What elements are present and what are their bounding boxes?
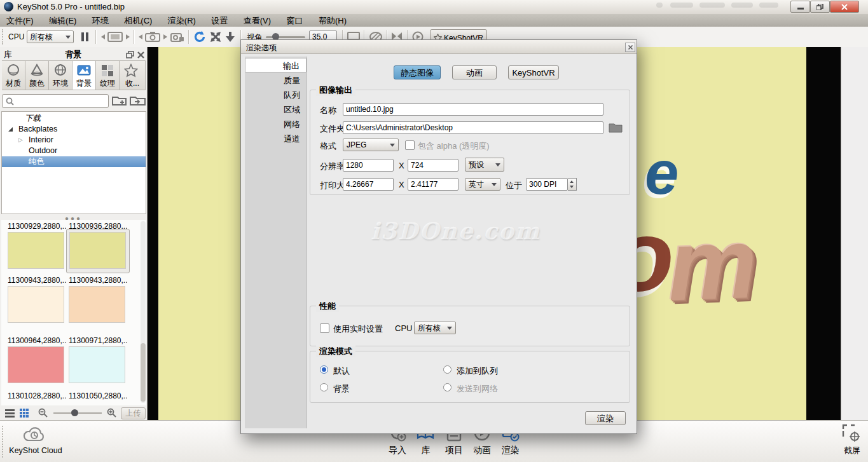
- browse-folder-icon[interactable]: [609, 121, 623, 135]
- next-camera-icon[interactable]: [163, 34, 167, 39]
- close-icon[interactable]: [137, 50, 144, 61]
- resolution-height-input[interactable]: [408, 159, 458, 172]
- screenshot-label[interactable]: 截屏: [841, 445, 864, 456]
- spinner-down-icon[interactable]: [570, 186, 574, 188]
- tree-item-backplates[interactable]: Backplates: [2, 124, 146, 135]
- dock-down-icon[interactable]: [225, 31, 235, 45]
- menu-camera[interactable]: 相机(C): [118, 14, 158, 27]
- thumb-label[interactable]: 11300964,2880,...: [8, 336, 66, 345]
- tab-favorites[interactable]: 收...: [120, 60, 146, 90]
- keyshot-cloud-icon[interactable]: [23, 424, 46, 447]
- mode-network-radio[interactable]: [443, 383, 451, 391]
- realtime-settings-checkbox[interactable]: [320, 323, 329, 333]
- menu-environment[interactable]: 环境: [86, 14, 115, 27]
- pause-icon[interactable]: [81, 32, 84, 41]
- close-button[interactable]: [830, 1, 859, 13]
- print-height-input[interactable]: [408, 178, 458, 191]
- tab-environments[interactable]: 环境: [49, 60, 72, 90]
- thumb-label[interactable]: 11300943,2880,...: [8, 276, 66, 285]
- tab-textures[interactable]: 纹理: [96, 60, 120, 90]
- unit-dropdown[interactable]: 英寸: [465, 178, 500, 191]
- collapsed-caret-icon[interactable]: ▷: [18, 135, 23, 146]
- folder-input[interactable]: [343, 121, 603, 134]
- resolution-width-input[interactable]: [343, 159, 394, 172]
- tab-materials[interactable]: 材质: [2, 60, 25, 90]
- mode-animation-button[interactable]: 动画: [452, 65, 497, 79]
- nav-network[interactable]: 网络: [245, 117, 307, 132]
- backplate-thumbnail[interactable]: [69, 286, 125, 323]
- menu-settings[interactable]: 设置: [205, 14, 234, 27]
- thumb-label[interactable]: 11300943,2880,...: [69, 276, 127, 285]
- mode-still-image-button[interactable]: 静态图像: [394, 65, 441, 79]
- alpha-checkbox[interactable]: [405, 140, 415, 150]
- format-dropdown[interactable]: JPEG: [343, 139, 399, 151]
- mode-keyshotvr-button[interactable]: KeyShotVR: [508, 65, 559, 79]
- spinner-up-icon[interactable]: [570, 180, 574, 183]
- name-input[interactable]: [343, 103, 603, 116]
- backplate-thumbnail[interactable]: [8, 232, 64, 269]
- thumb-label[interactable]: 11300929,2880,...: [8, 222, 66, 231]
- search-input[interactable]: [2, 94, 109, 108]
- next-animation-icon[interactable]: [126, 34, 130, 39]
- backplate-thumbnail[interactable]: [8, 346, 64, 383]
- tree-item-interior[interactable]: ▷ Interior: [2, 135, 146, 146]
- prev-camera-icon[interactable]: [139, 34, 142, 39]
- expanded-caret-icon[interactable]: [8, 127, 13, 132]
- dialog-titlebar[interactable]: 渲染选项: [241, 40, 637, 54]
- zoom-in-icon[interactable]: [107, 408, 116, 420]
- camera-lock-icon[interactable]: [170, 32, 184, 44]
- menu-help[interactable]: 帮助(H): [312, 14, 353, 27]
- nav-quality[interactable]: 质量: [245, 73, 307, 88]
- backplate-thumbnail[interactable]: [69, 346, 125, 383]
- nav-region[interactable]: 区域: [245, 102, 307, 117]
- cpu-cores-dropdown[interactable]: 所有核: [27, 31, 74, 43]
- thumbnail-scrollbar-thumb[interactable]: [141, 343, 146, 402]
- dialog-close-button[interactable]: [625, 43, 635, 52]
- dpi-input[interactable]: [526, 178, 568, 191]
- thumb-label[interactable]: 11301050,2880,...: [69, 391, 127, 400]
- minimize-button[interactable]: [790, 1, 810, 13]
- undock-icon[interactable]: [126, 50, 134, 61]
- mode-default-radio[interactable]: [320, 365, 328, 374]
- thumb-label[interactable]: 11301028,2880,...: [8, 391, 66, 400]
- add-folder-icon[interactable]: [112, 94, 127, 109]
- fullscreen-icon[interactable]: [210, 31, 221, 45]
- refresh-realtime-icon[interactable]: [193, 31, 206, 46]
- menu-file[interactable]: 文件(F): [0, 14, 40, 27]
- zoom-out-icon[interactable]: [38, 408, 48, 420]
- animation-frame-icon[interactable]: [107, 32, 123, 44]
- tree-item-download[interactable]: 下载: [2, 113, 146, 124]
- backplate-thumbnail[interactable]: [8, 286, 64, 323]
- list-view-icon[interactable]: [5, 409, 15, 420]
- tree-item-solid-color[interactable]: 纯色: [2, 156, 146, 167]
- menu-render[interactable]: 渲染(R): [162, 14, 202, 27]
- toolbar-grip[interactable]: [2, 29, 6, 44]
- grid-view-icon[interactable]: [20, 409, 29, 420]
- thumb-label[interactable]: 11300971,2880,...: [69, 336, 127, 345]
- camera-icon[interactable]: [145, 32, 160, 44]
- nav-passes[interactable]: 通道: [245, 132, 307, 146]
- preset-dropdown-button[interactable]: 预设: [465, 158, 504, 172]
- nav-output[interactable]: 输出: [245, 58, 307, 72]
- thumbnail-scrollbar[interactable]: [141, 221, 146, 403]
- pause-icon[interactable]: [86, 32, 88, 41]
- print-width-input[interactable]: [343, 178, 394, 191]
- mode-queue-radio[interactable]: [443, 365, 451, 374]
- thumbnail-size-slider-handle[interactable]: [71, 409, 78, 416]
- tab-colors[interactable]: 颜色: [25, 60, 49, 90]
- prev-animation-icon[interactable]: [101, 34, 105, 39]
- tree-item-outdoor[interactable]: Outdoor: [2, 146, 146, 156]
- screenshot-icon[interactable]: [842, 424, 861, 445]
- menu-view[interactable]: 查看(V): [237, 14, 277, 27]
- dpi-spinner[interactable]: [568, 178, 577, 191]
- tab-backplates[interactable]: 背景: [72, 60, 96, 90]
- menu-window[interactable]: 窗口: [280, 14, 310, 27]
- import-folder-icon[interactable]: [130, 94, 146, 109]
- upload-button[interactable]: 上传: [121, 407, 146, 419]
- menu-edit[interactable]: 编辑(E): [43, 14, 83, 27]
- nav-queue[interactable]: 队列: [245, 88, 307, 102]
- backplate-thumbnail-selected-frame[interactable]: [66, 229, 130, 273]
- mode-background-radio[interactable]: [320, 383, 328, 391]
- backplate-thumbnail[interactable]: [69, 232, 126, 269]
- restore-button[interactable]: [810, 1, 830, 13]
